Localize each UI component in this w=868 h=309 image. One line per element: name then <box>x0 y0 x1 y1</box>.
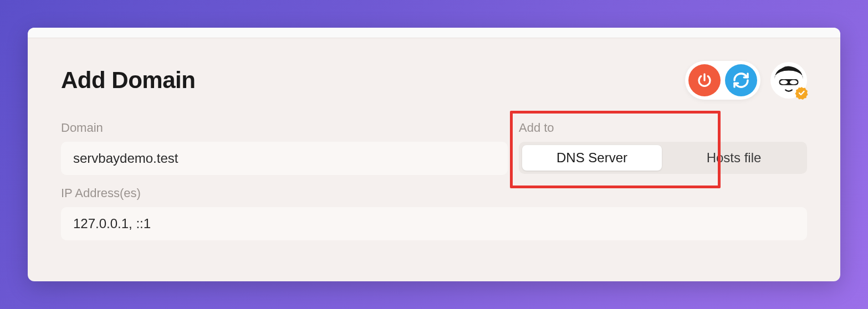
form-row-ip: IP Address(es) <box>61 186 807 240</box>
addto-label: Add to <box>519 121 807 135</box>
svg-point-2 <box>780 80 788 85</box>
app-window: Add Domain <box>28 28 840 281</box>
header-controls <box>685 61 807 100</box>
svg-point-3 <box>790 80 798 85</box>
ip-label: IP Address(es) <box>61 186 807 200</box>
form-row-domain: Domain Add to DNS Server Hosts file <box>61 121 807 175</box>
refresh-icon <box>732 71 750 89</box>
addto-group: Add to DNS Server Hosts file <box>519 121 807 175</box>
refresh-button[interactable] <box>725 64 757 96</box>
addto-segmented: DNS Server Hosts file <box>519 142 807 174</box>
segment-dns-server[interactable]: DNS Server <box>522 145 662 171</box>
verified-badge-icon <box>795 86 808 100</box>
ip-group: IP Address(es) <box>61 186 807 240</box>
page-title: Add Domain <box>61 67 195 94</box>
segment-hosts-file[interactable]: Hosts file <box>664 145 804 171</box>
domain-group: Domain <box>61 121 508 175</box>
ip-input[interactable] <box>61 207 807 240</box>
action-pill <box>685 61 760 100</box>
domain-label: Domain <box>61 121 508 135</box>
power-button[interactable] <box>688 64 721 96</box>
domain-input[interactable] <box>61 142 508 175</box>
header-row: Add Domain <box>61 61 807 100</box>
power-icon <box>696 72 713 89</box>
avatar[interactable] <box>770 62 807 99</box>
